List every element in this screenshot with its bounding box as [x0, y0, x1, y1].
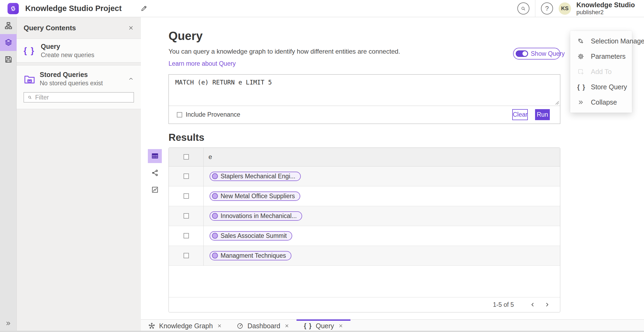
rail-item-save[interactable] [0, 51, 17, 68]
entity-dot-icon [212, 213, 218, 219]
layers-icon [4, 38, 13, 47]
project-title: Knowledge Studio Project [25, 4, 122, 13]
rail-item-data-model[interactable] [0, 17, 17, 34]
user-role: publisher2 [576, 9, 635, 16]
entity-chip[interactable]: Innovations in Mechanical... [210, 211, 302, 221]
filter-input[interactable] [35, 94, 130, 101]
topbar-divider [535, 0, 535, 17]
row-checkbox[interactable] [184, 174, 189, 179]
map-view-button[interactable] [148, 183, 162, 197]
tab-knowledge-graph[interactable]: Knowledge Graph [141, 320, 229, 332]
rail-expand-button[interactable] [0, 318, 17, 329]
entity-chip[interactable]: Staplers Mechanical Engi... [210, 172, 301, 181]
braces-icon [24, 46, 38, 56]
tools-item-parameters[interactable]: Parameters [570, 49, 632, 64]
panel-close-button[interactable] [128, 25, 134, 31]
query-textarea[interactable]: MATCH (e) RETURN e LIMIT 5 [169, 75, 560, 106]
entity-chip[interactable]: New Metal Office Suppliers [210, 191, 300, 201]
save-icon [4, 55, 13, 64]
top-bar: Knowledge Studio Project ? KS Knowledge … [0, 0, 644, 17]
tools-item-store-query[interactable]: Store Query [570, 79, 632, 95]
left-rail [0, 17, 17, 332]
resize-handle-icon[interactable] [555, 101, 559, 105]
table-header-row: e [169, 148, 560, 167]
tab-close-button[interactable] [338, 323, 343, 328]
main-content: Query You can query a knowledge graph to… [141, 17, 644, 332]
include-provenance-label: Include Provenance [186, 111, 240, 118]
results-table: e Staplers Mechanical Engi... New Metal [169, 147, 560, 312]
query-contents-panel: Query Contents Query Create new queries … [17, 17, 141, 332]
panel-item-stored-queries[interactable]: Stored Queries No stored queries exist [24, 71, 134, 87]
run-button[interactable]: Run [535, 109, 550, 120]
view-tab-strip: Knowledge Graph Dashboard Query [141, 319, 644, 332]
chevron-left-icon [530, 302, 536, 308]
window-bottom-edge [0, 331, 644, 332]
learn-more-link[interactable]: Learn more about Query [169, 60, 236, 67]
show-query-toggle[interactable]: Show Query [513, 48, 560, 60]
selection-manager-icon [577, 38, 584, 45]
app-logo-icon [8, 3, 19, 14]
search-button[interactable] [517, 2, 529, 14]
row-checkbox[interactable] [184, 233, 189, 238]
row-checkbox[interactable] [184, 253, 189, 258]
tab-dashboard[interactable]: Dashboard [229, 320, 297, 332]
include-provenance-checkbox[interactable] [177, 112, 182, 117]
table-view-button[interactable] [148, 149, 162, 163]
panel-item-query[interactable]: Query Create new queries [17, 39, 141, 62]
table-view-icon [151, 152, 159, 160]
stored-queries-subtitle: No stored queries exist [40, 80, 128, 87]
braces-icon [304, 322, 312, 330]
tab-label: Knowledge Graph [159, 322, 213, 330]
help-button[interactable]: ? [541, 2, 553, 14]
previous-page-button[interactable] [527, 299, 538, 310]
rail-item-layers[interactable] [0, 34, 17, 51]
link-chart-view-button[interactable] [148, 166, 162, 180]
map-view-icon [151, 186, 159, 194]
row-checkbox[interactable] [184, 193, 189, 199]
tab-query[interactable]: Query [297, 320, 350, 332]
chevron-up-icon [128, 76, 134, 82]
collapse-section-button[interactable] [128, 76, 134, 82]
row-checkbox[interactable] [184, 213, 189, 219]
filter-field [24, 92, 134, 102]
select-all-checkbox[interactable] [184, 154, 189, 160]
user-name: Knowledge Studio [576, 1, 635, 9]
edit-title-button[interactable] [140, 5, 148, 12]
query-editor-card: MATCH (e) RETURN e LIMIT 5 Include Prove… [169, 74, 560, 124]
entity-chip[interactable]: Sales Associate Summit [210, 231, 292, 241]
tools-item-add-to: Add To [570, 64, 632, 79]
tools-item-selection-manager[interactable]: Selection Manager [570, 34, 632, 49]
data-model-icon [4, 21, 13, 30]
braces-icon [577, 83, 584, 91]
panel-title: Query Contents [24, 24, 128, 32]
entity-chip[interactable]: Managment Techniques [210, 251, 291, 260]
entity-dot-icon [212, 233, 218, 239]
question-icon: ? [545, 5, 549, 12]
knowledge-graph-icon [148, 322, 155, 330]
close-icon [284, 323, 289, 328]
tools-item-label: Store Query [591, 83, 627, 91]
search-icon [27, 95, 32, 100]
next-page-button[interactable] [542, 299, 552, 310]
tools-item-label: Parameters [591, 53, 625, 60]
table-row: Innovations in Mechanical... [169, 206, 560, 226]
close-icon [338, 323, 343, 328]
panel-item-subtitle: Create new queries [41, 51, 94, 59]
show-query-label: Show Query [531, 50, 565, 57]
tab-close-button[interactable] [217, 323, 222, 328]
link-chart-view-icon [151, 169, 159, 177]
tools-item-label: Collapse [591, 98, 617, 106]
tools-item-label: Add To [591, 68, 612, 76]
user-avatar[interactable]: KS [559, 2, 571, 15]
table-row: Managment Techniques [169, 246, 560, 266]
user-info: Knowledge Studio publisher2 [576, 1, 635, 16]
clear-button[interactable]: Clear [512, 109, 528, 120]
app-window: Knowledge Studio Project ? KS Knowledge … [0, 0, 644, 332]
query-tools-panel: Selection Manager Parameters Add To Stor… [570, 31, 632, 113]
tools-item-collapse[interactable]: Collapse [570, 95, 632, 110]
stored-queries-section: Stored Queries No stored queries exist [17, 65, 141, 109]
close-icon [217, 323, 222, 328]
entity-dot-icon [212, 173, 218, 179]
tools-item-label: Selection Manager [591, 37, 644, 45]
tab-close-button[interactable] [284, 323, 289, 328]
